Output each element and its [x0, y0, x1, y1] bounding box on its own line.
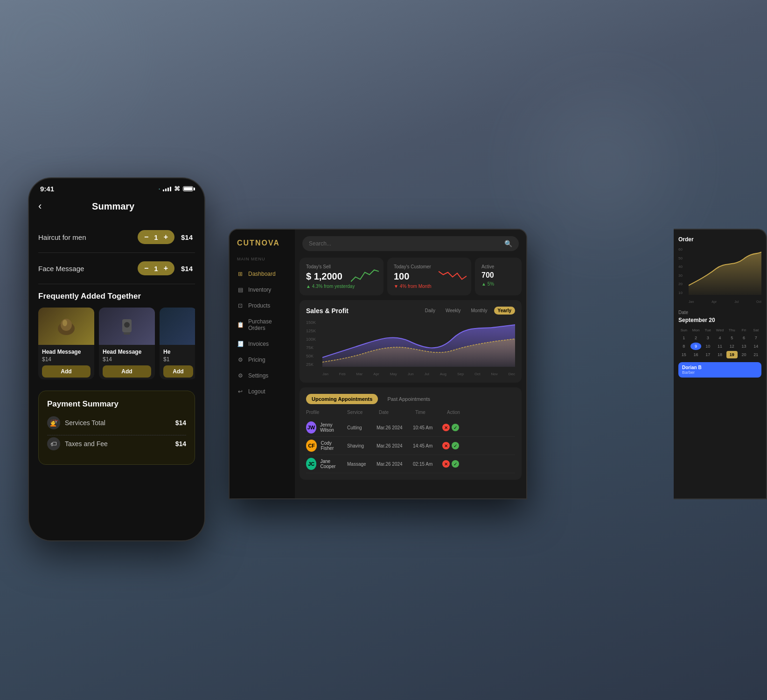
- sidebar-item-purchase-orders[interactable]: 📋 Purchase Orders: [230, 314, 295, 336]
- product-name-2: Head Message: [103, 349, 151, 355]
- x-axis-labels: Jan Feb Mar Apr May Jun Jul Aug Sep Oct …: [322, 372, 515, 376]
- cancel-cody-button[interactable]: ✕: [442, 442, 450, 449]
- cal-day-8[interactable]: 8: [678, 343, 690, 350]
- service-item-face: Face Message − 1 + $14: [38, 255, 195, 282]
- frequently-added-title: Frequently Added Together: [38, 292, 195, 301]
- qty-increase-face[interactable]: +: [164, 264, 168, 273]
- cal-day-16[interactable]: 16: [690, 351, 702, 358]
- cal-day-1[interactable]: 1: [678, 334, 690, 342]
- services-icon: 💇: [47, 416, 60, 429]
- cal-day-15[interactable]: 15: [678, 351, 690, 358]
- service-name-haircut: Haircut for men: [38, 233, 86, 241]
- confirm-jane-button[interactable]: ✓: [452, 460, 459, 468]
- appt-name-jane: Jane Cooper: [320, 459, 343, 469]
- calendar-date-label: Date: [678, 310, 761, 315]
- confirm-cody-button[interactable]: ✓: [452, 442, 459, 449]
- back-button[interactable]: ‹: [38, 200, 42, 212]
- appointment-row-1: JW Jenny Wilson Cutting Mar.26 2024 10:4…: [306, 419, 515, 437]
- sidebar-item-logout[interactable]: ↩ Logout: [230, 384, 295, 399]
- cancel-jenny-button[interactable]: ✕: [442, 424, 450, 431]
- x-label-jun: Jun: [408, 372, 414, 376]
- x-label-oct: Oct: [474, 372, 480, 376]
- y-label-25k: 25K: [306, 362, 316, 367]
- right-panel: Order 60 50 40 30 20 10 Jan: [674, 229, 767, 499]
- calendar-section: Date September 20 Sun Mon Tue Wed Thu Fr…: [678, 310, 761, 378]
- cal-day-19[interactable]: 19: [726, 351, 738, 358]
- product-card-1: Head Message $14 Add: [38, 308, 94, 379]
- calendar-grid: Sun Mon Tue Wed Thu Fri Sat 1 2 3 4 5 6 …: [678, 327, 761, 358]
- chart-tab-monthly[interactable]: Monthly: [467, 307, 491, 315]
- cal-day-4[interactable]: 4: [714, 334, 725, 342]
- sidebar-item-pricing[interactable]: ⚙ Pricing: [230, 352, 295, 368]
- product-info-2: Head Message $14 Add: [99, 345, 155, 379]
- tablet-device: CUTNOVA Main Menu ⊞ Dashboard ▤ Inventor…: [229, 229, 527, 499]
- cal-day-2[interactable]: 2: [690, 334, 702, 342]
- cal-day-12[interactable]: 12: [726, 343, 738, 350]
- location-icon: ·: [159, 186, 160, 192]
- search-bar[interactable]: Search... 🔍: [302, 236, 519, 251]
- add-product-3-button[interactable]: Add: [163, 365, 193, 378]
- sidebar-item-inventory[interactable]: ▤ Inventory: [230, 282, 295, 298]
- confirm-jenny-button[interactable]: ✓: [452, 424, 459, 431]
- appt-name-cody: Cody Fisher: [321, 441, 343, 451]
- y-axis-labels: 150K 125K 100K 75K 50K 25K: [306, 320, 316, 367]
- stats-row: Today's Sell $ 1,2000 ▲ 4.3% from yester…: [300, 258, 522, 295]
- cal-day-5[interactable]: 5: [726, 334, 738, 342]
- cal-day-21[interactable]: 21: [750, 351, 761, 358]
- cal-day-7[interactable]: 7: [750, 334, 761, 342]
- product-img-2: [99, 308, 155, 345]
- product-price-3: $1: [163, 356, 193, 363]
- payment-summary-section: Payment Summary 💇 Services Total $14 🏷 T…: [38, 391, 195, 465]
- appt-time-jenny: 10:45 Am: [413, 425, 439, 430]
- tab-upcoming-appointments[interactable]: Upcoming Appointments: [306, 394, 378, 404]
- invoices-icon: 🧾: [237, 341, 244, 347]
- settings-icon: ⚙: [237, 372, 244, 379]
- cal-day-17[interactable]: 17: [702, 351, 713, 358]
- qty-control-haircut[interactable]: − 1 +: [138, 230, 174, 244]
- cal-day-10[interactable]: 10: [702, 343, 713, 350]
- service-price-haircut: $14: [181, 233, 195, 241]
- add-product-1-button[interactable]: Add: [42, 365, 91, 378]
- sidebar-dashboard-label: Dashboard: [248, 271, 276, 277]
- phone-mockup: 9:41 · ⌘ ‹: [28, 177, 205, 541]
- chart-tab-yearly[interactable]: Yearly: [494, 307, 515, 315]
- purchase-orders-icon: 📋: [237, 322, 244, 328]
- cal-day-3[interactable]: 3: [702, 334, 713, 342]
- service-price-face: $14: [181, 265, 195, 273]
- qty-increase-haircut[interactable]: +: [164, 233, 168, 241]
- cal-day-20[interactable]: 20: [739, 351, 750, 358]
- cal-day-11[interactable]: 11: [714, 343, 725, 350]
- sidebar-item-invoices[interactable]: 🧾 Invoices: [230, 336, 295, 352]
- tablet-mockup: CUTNOVA Main Menu ⊞ Dashboard ▤ Inventor…: [229, 229, 527, 499]
- divider-1: [38, 252, 195, 253]
- taxes-label: Taxes and Fee: [65, 440, 108, 448]
- stat-active-label: Active: [481, 264, 515, 269]
- stat-card-sell: Today's Sell $ 1,2000 ▲ 4.3% from yester…: [300, 258, 384, 295]
- tab-past-appointments[interactable]: Past Appointments: [382, 394, 436, 404]
- appt-profile-1: JW Jenny Wilson: [306, 421, 343, 434]
- cal-day-13[interactable]: 13: [739, 343, 750, 350]
- cal-header-fri: Fri: [739, 327, 750, 333]
- qty-control-face[interactable]: − 1 +: [138, 261, 174, 275]
- cal-day-6[interactable]: 6: [739, 334, 750, 342]
- products-row: Head Message $14 Add: [38, 308, 195, 383]
- qty-decrease-face[interactable]: −: [144, 264, 148, 273]
- search-icon: 🔍: [504, 240, 512, 247]
- sidebar-item-products[interactable]: ⊡ Products: [230, 298, 295, 314]
- cancel-jane-button[interactable]: ✕: [442, 460, 450, 468]
- signal-bars-icon: [163, 187, 171, 191]
- y-label-75k: 75K: [306, 345, 316, 350]
- appointment-row-2: CF Cody Fisher Shaving Mar.26 2024 14:45…: [306, 437, 515, 455]
- sidebar-item-settings[interactable]: ⚙ Settings: [230, 368, 295, 384]
- cal-day-9[interactable]: 9: [690, 343, 702, 350]
- service-name-face: Face Message: [38, 265, 84, 273]
- cal-day-18[interactable]: 18: [714, 351, 725, 358]
- cal-day-14[interactable]: 14: [750, 343, 761, 350]
- sidebar-item-dashboard[interactable]: ⊞ Dashboard: [230, 266, 295, 282]
- chart-tab-weekly[interactable]: Weekly: [442, 307, 465, 315]
- stat-card-customer: Today's Customer 100 ▼ 4% from Month: [387, 258, 471, 295]
- qty-decrease-haircut[interactable]: −: [144, 233, 148, 241]
- chart-tab-daily[interactable]: Daily: [421, 307, 439, 315]
- add-product-2-button[interactable]: Add: [103, 365, 151, 378]
- stat-card-active: Active 700 ▲ 5%: [475, 258, 522, 295]
